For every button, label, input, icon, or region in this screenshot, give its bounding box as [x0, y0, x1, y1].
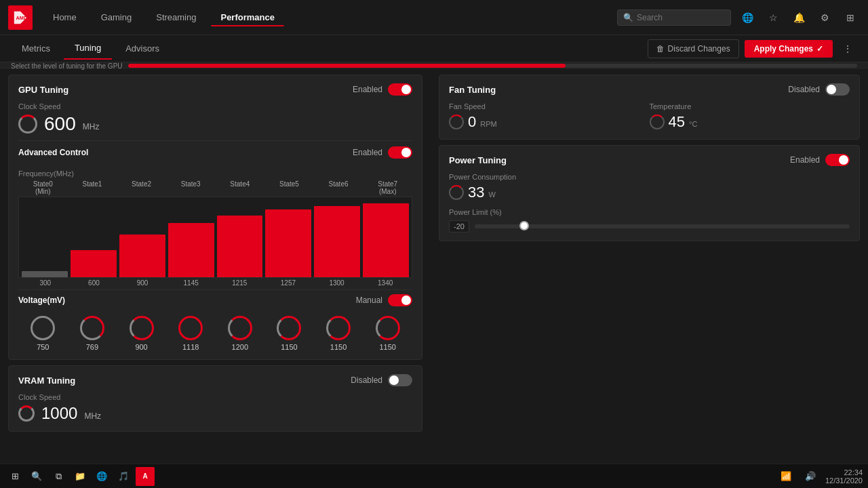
vram-clock-dial[interactable]: [18, 405, 35, 422]
subnav-right: 🗑 Discard Changes Apply Changes ✓ ⋮: [648, 39, 857, 58]
star-icon[interactable]: ☆: [764, 8, 783, 27]
freq-bar-5[interactable]: [265, 209, 311, 277]
voltage-status: Manual: [356, 294, 412, 306]
fan-tuning-card: Fan Tuning Disabled Fan Speed 0 RPM Temp…: [439, 75, 860, 140]
taskbar-media-icon[interactable]: 🎵: [114, 467, 133, 486]
taskbar-windows-icon[interactable]: ⊞: [5, 467, 24, 486]
freq-bar-6[interactable]: [314, 206, 360, 277]
freq-state-label-6: State6: [321, 180, 356, 195]
gpu-tuning-header: GPU Tuning Enabled: [18, 83, 412, 96]
freq-bar-col-5[interactable]: [265, 200, 311, 277]
gpu-tuning-toggle[interactable]: [388, 83, 412, 96]
taskbar-taskview-icon[interactable]: ⧉: [49, 467, 68, 486]
fan-metrics: Fan Speed 0 RPM Temperature 45 °C: [449, 102, 850, 131]
freq-bar-0[interactable]: [22, 271, 68, 277]
freq-bar-col-2[interactable]: [119, 200, 165, 277]
taskbar-edge-icon[interactable]: 🌐: [92, 467, 111, 486]
voltage-dial-3[interactable]: [178, 316, 203, 340]
voltage-dial-1[interactable]: [80, 316, 104, 340]
freq-state-label-7: State7(Max): [370, 180, 406, 195]
voltage-dial-2[interactable]: [130, 316, 154, 340]
voltage-label: Voltage(mV): [18, 296, 65, 305]
advanced-control-toggle[interactable]: [388, 146, 412, 159]
taskbar-amd-icon[interactable]: A: [136, 467, 155, 486]
power-tuning-card: Power Tuning Enabled Power Consumption 3…: [439, 145, 860, 241]
taskbar-volume-icon[interactable]: 🔊: [801, 467, 820, 486]
vram-tuning-card: VRAM Tuning Disabled Clock Speed 1000 MH…: [8, 365, 422, 432]
fan-tuning-toggle[interactable]: [825, 83, 850, 96]
nav-gaming[interactable]: Gaming: [92, 8, 142, 26]
power-slider-thumb[interactable]: [519, 221, 529, 230]
freq-bar-col-3[interactable]: [168, 200, 214, 277]
freq-bar-col-4[interactable]: [217, 200, 263, 277]
progress-bar: [128, 64, 857, 68]
globe-icon[interactable]: 🌐: [738, 8, 757, 27]
progress-strip: Select the level of tuning for the GPU: [0, 62, 868, 69]
discard-changes-button[interactable]: 🗑 Discard Changes: [648, 39, 739, 58]
freq-bar-2[interactable]: [119, 235, 165, 277]
temperature-label: Temperature: [650, 102, 850, 110]
apply-changes-button[interactable]: Apply Changes ✓: [745, 40, 833, 58]
voltage-dial-col-5: 1150: [277, 316, 301, 351]
amd-logo[interactable]: AMD: [8, 5, 33, 30]
voltage-val-4: 1200: [232, 343, 248, 351]
voltage-dial-col-7: 1150: [376, 316, 400, 351]
voltage-dial-7[interactable]: [376, 316, 400, 340]
voltage-dial-4[interactable]: [228, 316, 252, 340]
more-options-icon[interactable]: ⋮: [838, 39, 857, 58]
nav-performance[interactable]: Performance: [211, 8, 283, 26]
top-navigation: AMD Home Gaming Streaming Performance 🔍 …: [0, 0, 868, 35]
fan-speed-dial: [449, 115, 464, 129]
svg-text:AMD: AMD: [16, 14, 28, 20]
power-tuning-status: Enabled: [790, 154, 850, 166]
freq-bar-7[interactable]: [363, 203, 409, 277]
tab-metrics[interactable]: Metrics: [11, 38, 61, 59]
tab-advisors[interactable]: Advisors: [115, 38, 170, 59]
freq-bar-3[interactable]: [168, 223, 214, 277]
voltage-val-3: 1118: [182, 343, 199, 351]
nav-home[interactable]: Home: [43, 8, 86, 26]
taskbar-network-icon[interactable]: 📶: [776, 467, 795, 486]
fan-speed-label: Fan Speed: [449, 102, 650, 110]
settings-icon[interactable]: ⚙: [815, 8, 834, 27]
taskbar-right: 📶 🔊 22:34 12/31/2020: [776, 467, 863, 486]
temperature-value: 45: [669, 113, 685, 131]
freq-state-label-1: State1: [75, 180, 110, 195]
tab-tuning[interactable]: Tuning: [64, 37, 112, 60]
freq-bar-col-1[interactable]: [71, 200, 117, 277]
clock-speed-dial[interactable]: [18, 115, 37, 134]
search-box[interactable]: 🔍: [617, 9, 731, 26]
voltage-dial-col-3: 1118: [178, 316, 203, 351]
freq-bar-4[interactable]: [217, 216, 263, 277]
freq-bar-col-6[interactable]: [314, 200, 360, 277]
vram-clock-speed-label: Clock Speed: [18, 393, 412, 401]
fan-speed-value-row: 0 RPM: [449, 113, 650, 131]
power-tuning-toggle[interactable]: [825, 154, 850, 166]
advanced-control-title: Advanced Control: [18, 148, 88, 157]
voltage-toggle[interactable]: [388, 294, 412, 306]
freq-bar-1[interactable]: [71, 250, 117, 277]
freq-bar-col-7[interactable]: [363, 200, 409, 277]
search-input[interactable]: [637, 13, 725, 22]
voltage-val-7: 1150: [379, 343, 395, 351]
sub-navigation: Metrics Tuning Advisors 🗑 Discard Change…: [0, 35, 868, 62]
freq-bar-col-0[interactable]: [22, 200, 68, 277]
power-consumption-row: 33 W: [449, 184, 850, 201]
voltage-dial-0[interactable]: [31, 316, 55, 340]
grid-icon[interactable]: ⊞: [841, 8, 860, 27]
vram-tuning-title: VRAM Tuning: [18, 375, 75, 386]
taskbar-explorer-icon[interactable]: 📁: [71, 467, 90, 486]
taskbar-search-icon[interactable]: 🔍: [27, 467, 46, 486]
voltage-dial-5[interactable]: [277, 316, 301, 340]
power-limit-slider[interactable]: [475, 224, 850, 228]
fan-tuning-title: Fan Tuning: [449, 85, 496, 95]
nav-streaming[interactable]: Streaming: [146, 8, 205, 26]
voltage-section: Voltage(mV) Manual 750 769: [18, 289, 412, 351]
advanced-control-status: Enabled: [353, 146, 412, 159]
voltage-dial-6[interactable]: [326, 316, 351, 340]
vram-tuning-toggle[interactable]: [388, 374, 412, 386]
search-icon: 🔍: [623, 13, 633, 22]
freq-val-6: 1300: [313, 279, 361, 287]
bell-icon[interactable]: 🔔: [789, 8, 808, 27]
voltage-mode-label: Manual: [356, 296, 382, 305]
